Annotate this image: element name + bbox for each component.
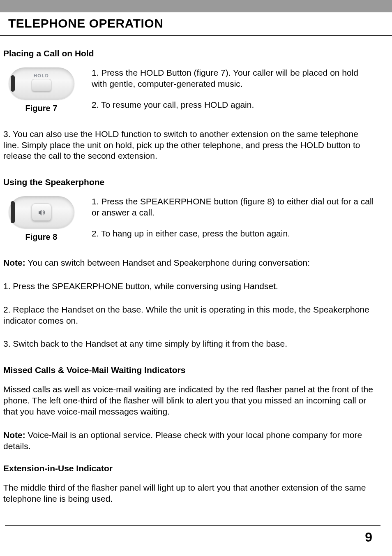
hold-key-label: HOLD <box>34 73 49 78</box>
title-row: TELEPHONE OPERATION <box>0 12 392 35</box>
figure-row-speaker: Figure 8 1. Press the SPEAKERPHONE butto… <box>3 196 376 249</box>
figure-edge-shadow-2 <box>11 201 15 223</box>
hold-step-2: 2. To resume your call, press HOLD again… <box>92 100 376 111</box>
note-text: You can switch between Handset and Speak… <box>25 258 310 267</box>
speaker-switch-step-2: 2. Replace the Handset on the base. Whil… <box>3 304 376 327</box>
figure-8-text: 1. Press the SPEAKERPHONE button (figure… <box>92 196 376 249</box>
note-prefix-2: Note: <box>3 430 25 440</box>
footer-rule <box>5 525 380 526</box>
figure-8-block: Figure 8 <box>3 196 79 242</box>
hold-step-1: 1. Press the HOLD Button (figure 7). You… <box>92 67 376 90</box>
figure-edge-shadow <box>11 75 15 92</box>
note-text-2: Voice-Mail is an optional service. Pleas… <box>3 430 362 451</box>
figure-7-text: 1. Press the HOLD Button (figure 7). You… <box>92 67 376 120</box>
section-title-ext: Extension-in-Use Indicator <box>3 463 376 473</box>
speaker-switch-step-3: 3. Switch back to the Handset at any tim… <box>3 338 376 350</box>
page-number: 9 <box>0 530 392 545</box>
figure-8-caption: Figure 8 <box>25 232 58 242</box>
speaker-key-icon <box>32 204 51 221</box>
hold-key-icon <box>32 79 51 91</box>
section-title-hold: Placing a Call on Hold <box>3 49 376 58</box>
speaker-note: Note: You can switch between Handset and… <box>3 257 376 269</box>
figure-7-image: HOLD <box>9 67 74 100</box>
speaker-step-1: 1. Press the SPEAKERPHONE button (figure… <box>92 196 376 218</box>
speaker-icon <box>38 209 45 215</box>
header-bar <box>0 0 392 12</box>
ext-para: The middle third of the flasher panel wi… <box>3 482 376 505</box>
section-title-missed: Missed Calls & Voice-Mail Waiting Indica… <box>3 365 376 375</box>
section-title-speaker: Using the Speakerphone <box>3 177 376 187</box>
figure-row-hold: HOLD Figure 7 1. Press the HOLD Button (… <box>3 67 376 120</box>
page-title: TELEPHONE OPERATION <box>8 16 163 30</box>
page: TELEPHONE OPERATION Placing a Call on Ho… <box>0 0 392 556</box>
figure-7-caption: Figure 7 <box>25 104 58 113</box>
speaker-step-2: 2. To hang up in either case, press the … <box>92 228 376 239</box>
speaker-switch-step-1: 1. Press the SPEAKERPHONE button, while … <box>3 281 376 292</box>
hold-step-3: 3. You can also use the HOLD function to… <box>3 129 376 162</box>
figure-7-block: HOLD Figure 7 <box>3 67 79 113</box>
content: Placing a Call on Hold HOLD Figure 7 1. … <box>0 36 392 504</box>
figure-8-image <box>9 196 74 228</box>
missed-para: Missed calls as well as voice-mail waiti… <box>3 384 376 417</box>
note-prefix: Note: <box>3 258 25 267</box>
missed-note: Note: Voice-Mail is an optional service.… <box>3 430 376 452</box>
